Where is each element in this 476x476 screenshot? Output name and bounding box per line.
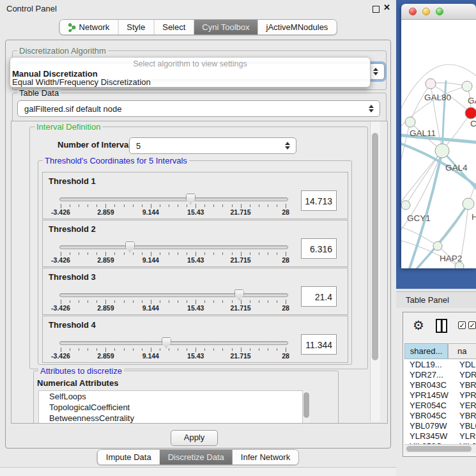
attribute-list-item[interactable]: TopologicalCoefficient (39, 402, 302, 413)
algorithm-option-equal-width-frequency[interactable]: Equal Width/Frequency Discretization (12, 77, 151, 87)
tick-mark (70, 204, 70, 207)
slider-thumb[interactable] (186, 194, 196, 204)
tick-label: 15.43 (173, 208, 218, 216)
tick-mark (142, 204, 142, 207)
network-canvas[interactable]: GAL80GACGAL11GAL4GCY1HHAP2 (401, 20, 476, 268)
checked-checkbox-icon[interactable]: ✓ (458, 321, 466, 329)
table-row[interactable]: YBR045CYBR0 (404, 411, 476, 421)
tick-mark (142, 348, 142, 351)
tab-impute-data[interactable]: Impute Data (98, 450, 160, 464)
network-node[interactable] (462, 81, 472, 91)
tick-mark (151, 204, 151, 208)
network-node[interactable] (433, 242, 442, 250)
tab-network-label: Network (79, 22, 110, 32)
tick-mark (204, 348, 205, 351)
tick-label: 2.859 (83, 352, 128, 360)
tick-mark (213, 348, 214, 351)
threshold-label: Threshold 4 (49, 320, 96, 330)
threshold-slider-track[interactable] (59, 293, 288, 297)
network-node[interactable] (405, 117, 415, 127)
tick-mark (241, 300, 242, 304)
tick-mark (79, 204, 79, 207)
threshold-slider-track[interactable] (59, 245, 288, 249)
settings-scrollbar-thumb[interactable] (372, 133, 378, 360)
table-row[interactable]: YER054CYER0 (404, 401, 476, 411)
tab-infer-network[interactable]: Infer Network (233, 450, 298, 464)
tick-mark (79, 300, 79, 303)
column-header-shared-name[interactable]: shared... (404, 343, 448, 359)
table-hscrollbar-thumb[interactable] (406, 446, 472, 452)
checked-checkbox-icon[interactable]: ✓ (468, 321, 476, 329)
threshold-row: Threshold 4 -3.4262.8599.14415.4321.7152… (42, 316, 348, 363)
attribute-list-item[interactable]: BetweennessCentrality (39, 413, 302, 424)
close-window-icon[interactable] (409, 8, 417, 15)
network-canvas-area[interactable]: GAL80GACGAL11GAL4GCY1HHAP2 (401, 20, 476, 268)
table-row[interactable]: YBR043CYBR0 (404, 380, 476, 390)
tick-mark (160, 300, 160, 303)
network-node[interactable] (463, 198, 474, 210)
stepper-icon (369, 105, 374, 112)
attributes-list-scrollbar[interactable] (303, 391, 310, 424)
threshold-slider-track[interactable] (59, 197, 288, 201)
tick-label: -3.426 (38, 208, 83, 216)
network-node[interactable] (435, 144, 449, 158)
network-edge[interactable] (410, 84, 431, 122)
table-toolbar: ⚙ ✓ ✓ (403, 312, 476, 342)
gear-icon[interactable]: ⚙ (413, 318, 424, 333)
tick-mark (88, 348, 88, 351)
network-edge[interactable] (431, 83, 467, 86)
tick-mark (88, 300, 88, 303)
tick-label: 21.715 (219, 304, 263, 312)
tab-jactivemnodules[interactable]: jActiveMNodules (258, 20, 337, 35)
algorithm-placeholder-option[interactable]: Select algorithm to view settings (10, 59, 370, 68)
slider-thumb[interactable] (162, 337, 171, 348)
tick-mark (232, 300, 233, 303)
table-row[interactable]: YBL079WYBL0 (404, 421, 476, 431)
tick-mark (160, 252, 160, 255)
network-node[interactable] (465, 107, 476, 119)
network-node[interactable] (401, 201, 410, 210)
node-label: C (470, 119, 476, 128)
attribute-list-item[interactable]: SelfLoops (39, 391, 302, 402)
tab-select[interactable]: Select (153, 20, 194, 35)
tab-discretize-data[interactable]: Discretize Data (160, 450, 233, 464)
column-header-name[interactable]: na (448, 343, 476, 359)
table-row[interactable]: YDL19...YDL1 (404, 360, 476, 370)
settings-vertical-scrollbar[interactable] (370, 121, 380, 422)
zoom-window-icon[interactable] (436, 8, 443, 15)
threshold-value-field[interactable]: 14.713 (301, 190, 337, 211)
threshold-slider-track[interactable] (59, 341, 288, 345)
table-row[interactable]: YLR345WYLR3 (404, 431, 476, 441)
tab-network[interactable]: Network (60, 20, 118, 35)
network-view-window[interactable]: GAL80GACGAL11GAL4GCY1HHAP2 (401, 4, 476, 268)
split-columns-icon[interactable] (436, 319, 447, 333)
network-node[interactable] (426, 79, 436, 89)
slider-thumb[interactable] (125, 242, 135, 252)
apply-button[interactable]: Apply (171, 430, 218, 446)
tab-style[interactable]: Style (118, 20, 153, 35)
table-panel-area: ⚙ ✓ ✓ shared... na YDL19...YDL1YDR27...Y… (396, 308, 476, 476)
table-row[interactable]: YPR145WYPR1 (404, 390, 476, 401)
number-of-intervals-combobox[interactable]: 5 (129, 137, 296, 154)
threshold-value-field[interactable]: 11.344 (301, 334, 337, 355)
slider-thumb[interactable] (234, 289, 244, 300)
close-icon[interactable]: ✕ (383, 3, 390, 12)
tab-infer-network-label: Infer Network (241, 452, 290, 462)
tab-cyni-toolbox[interactable]: Cyni Toolbox (194, 20, 257, 35)
threshold-value-field[interactable]: 21.4 (301, 286, 337, 307)
tick-mark (61, 204, 61, 208)
table-row[interactable]: YDR27...YDR2 (404, 370, 476, 380)
tab-select-label: Select (162, 22, 185, 32)
table-horizontal-scrollbar[interactable] (404, 444, 476, 453)
numerical-attributes-list[interactable]: SelfLoopsTopologicalCoefficientBetweenne… (38, 390, 303, 424)
tick-mark (259, 252, 259, 255)
minimize-window-icon[interactable] (422, 8, 430, 15)
tick-mark (79, 252, 79, 255)
tick-mark (105, 300, 106, 304)
float-window-icon[interactable] (372, 6, 380, 13)
table-cell: YDL19... (404, 360, 454, 370)
threshold-value-field[interactable]: 6.316 (301, 238, 337, 259)
table-data-combobox[interactable]: galFiltered.sif default node (17, 100, 380, 117)
attributes-scrollbar-thumb[interactable] (303, 392, 309, 418)
network-window-titlebar[interactable] (401, 4, 476, 20)
